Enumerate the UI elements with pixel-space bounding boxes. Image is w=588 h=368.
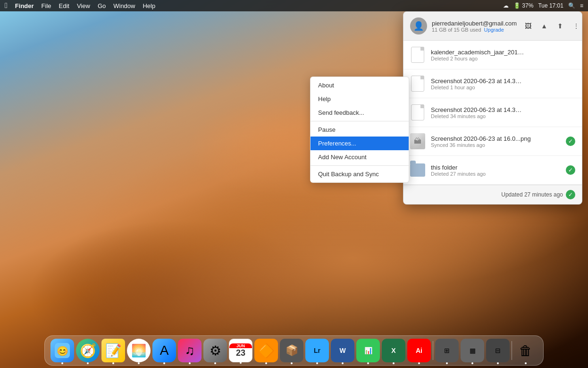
dock-safari[interactable]: 🧭 — [76, 339, 100, 362]
file-status-1: Deleted 2 hours ago — [431, 56, 575, 61]
upgrade-link[interactable]: Upgrade — [484, 27, 504, 33]
file-name-3: Screenshot 2020-06-23 at 14.3… — [431, 106, 575, 113]
context-separator-2 — [311, 165, 409, 166]
dock-grid2[interactable]: ▦ — [461, 339, 484, 362]
file-icon-1 — [410, 45, 425, 64]
menu-finder[interactable]: Finder — [15, 2, 34, 9]
file-info-2: Screenshot 2020-06-23 at 14.3… Deleted 1… — [431, 77, 575, 90]
file-item: Screenshot 2020-06-23 at 14.3… Deleted 1… — [403, 69, 582, 98]
doc-icon — [411, 76, 424, 92]
dock-finder[interactable]: 😊 — [50, 339, 74, 362]
context-menu-send-feedback[interactable]: Send feedback... — [311, 106, 409, 120]
context-separator-1 — [311, 121, 409, 121]
context-menu-quit[interactable]: Quit Backup and Sync — [311, 167, 409, 181]
context-menu-pause[interactable]: Pause — [311, 123, 409, 137]
file-name-5: this folder — [431, 164, 560, 171]
file-icon-4: 🏔 — [410, 132, 425, 151]
user-info: pierredanieljoubert@gmail.com 11 GB of 1… — [432, 20, 517, 33]
file-info-4: Screenshot 2020-06-23 at 16.0...png Sync… — [431, 135, 560, 148]
dock-trash[interactable]: 🗑 — [514, 339, 538, 362]
google-drive-icon[interactable]: ▲ — [538, 19, 551, 33]
menu-bar-right: ☁ 🔋 37% Tue 17:01 🔍 ≡ — [503, 2, 588, 9]
file-item: Screenshot 2020-06-23 at 14.3… Deleted 3… — [403, 98, 582, 127]
dock-appstore[interactable]: A — [152, 339, 176, 362]
dock-sysprefs[interactable]: ⚙ — [203, 339, 227, 362]
more-options-icon[interactable]: ⋮ — [570, 19, 582, 33]
storage-text: 11 GB of 15 GB used — [432, 27, 481, 33]
upload-icon[interactable]: ⬆ — [554, 19, 567, 33]
dock-adobe[interactable]: Ai — [407, 339, 431, 362]
file-item: 🏔 Screenshot 2020-06-23 at 16.0...png Sy… — [403, 127, 582, 156]
user-avatar: 👤 — [410, 17, 427, 34]
context-menu: About Help Send feedback... Pause Prefer… — [310, 77, 409, 183]
battery-icon: 🔋 37% — [513, 2, 533, 9]
dock-photos[interactable]: 🌅 — [127, 339, 151, 362]
file-status-3: Deleted 34 minutes ago — [431, 113, 575, 119]
menu-bar:  Finder File Edit View Go Window Help ☁… — [0, 0, 588, 11]
context-menu-add-account[interactable]: Add New Account — [311, 150, 409, 164]
dock-word[interactable]: W — [331, 339, 354, 362]
file-name-2: Screenshot 2020-06-23 at 14.3… — [431, 77, 575, 85]
check-icon-4: ✓ — [566, 137, 575, 146]
file-info-1: kalender_academisch_jaar_201… Deleted 2 … — [431, 49, 575, 61]
sync-footer: Updated 27 minutes ago ✓ — [403, 185, 582, 204]
menu-window[interactable]: Window — [113, 2, 135, 9]
context-menu-about[interactable]: About — [311, 78, 409, 92]
file-item: kalender_academisch_jaar_201… Deleted 2 … — [403, 41, 582, 69]
sync-header: 👤 pierredanieljoubert@gmail.com 11 GB of… — [403, 12, 582, 41]
user-email: pierredanieljoubert@gmail.com — [432, 20, 517, 27]
file-status-5: Deleted 27 minutes ago — [431, 171, 560, 177]
dock-separator — [433, 341, 433, 360]
footer-text: Updated 27 minutes ago — [501, 191, 563, 198]
dock-grid3[interactable]: ⊟ — [486, 339, 510, 362]
dock-activity[interactable]: 📊 — [356, 339, 380, 362]
dock-vlc[interactable]: 🔶 — [254, 339, 278, 362]
file-status-2: Deleted 1 hour ago — [431, 85, 575, 90]
menu-help[interactable]: Help — [143, 2, 155, 9]
doc-icon — [411, 104, 424, 120]
context-menu-help[interactable]: Help — [311, 92, 409, 106]
context-menu-preferences[interactable]: Preferences... — [311, 137, 409, 150]
dock-lr[interactable]: Lr — [305, 339, 329, 362]
menu-icon[interactable]: ≡ — [580, 2, 583, 9]
file-item: this folder Deleted 27 minutes ago ✓ — [403, 156, 582, 185]
file-icon-3 — [410, 103, 425, 122]
menu-bar-left:  Finder File Edit View Go Window Help — [0, 1, 155, 10]
dock: 😊 🧭 📝 🌅 A ♫ ⚙ JUN 23 🔶 📦 Lr W 📊 X Ai ⊞ ▦… — [44, 335, 544, 366]
folder-icon — [410, 163, 425, 177]
file-status-4: Synced 36 minutes ago — [431, 142, 560, 148]
menu-file[interactable]: File — [42, 2, 51, 9]
clock: Tue 17:01 — [538, 2, 563, 9]
image-icon: 🏔 — [410, 133, 425, 149]
file-list: kalender_academisch_jaar_201… Deleted 2 … — [403, 41, 582, 185]
menu-view[interactable]: View — [77, 2, 90, 9]
dock-calendar[interactable]: JUN 23 — [229, 339, 252, 362]
file-icon-2 — [410, 74, 425, 93]
footer-check-icon: ✓ — [566, 190, 575, 199]
desktop:  Finder File Edit View Go Window Help ☁… — [0, 0, 588, 368]
dock-some-app[interactable]: 📦 — [280, 339, 303, 362]
dock-notes[interactable]: 📝 — [101, 339, 125, 362]
dock-grid1[interactable]: ⊞ — [435, 339, 459, 362]
check-icon-5: ✓ — [566, 165, 575, 175]
dock-excel[interactable]: X — [382, 339, 405, 362]
file-info-5: this folder Deleted 27 minutes ago — [431, 164, 560, 177]
menu-edit[interactable]: Edit — [59, 2, 69, 9]
file-name-4: Screenshot 2020-06-23 at 16.0...png — [431, 135, 560, 142]
file-info-3: Screenshot 2020-06-23 at 14.3… Deleted 3… — [431, 106, 575, 119]
cloud-icon: ☁ — [503, 2, 509, 9]
file-name-1: kalender_academisch_jaar_201… — [431, 49, 575, 56]
apple-logo[interactable]:  — [5, 1, 8, 10]
search-icon[interactable]: 🔍 — [568, 2, 575, 9]
dock-separator-2 — [512, 341, 512, 360]
doc-icon — [411, 47, 424, 63]
dock-music[interactable]: ♫ — [178, 339, 202, 362]
header-icons: 🖼 ▲ ⬆ ⋮ — [521, 19, 582, 33]
sync-popup: 👤 pierredanieljoubert@gmail.com 11 GB of… — [403, 11, 582, 205]
google-photos-icon[interactable]: 🖼 — [521, 19, 535, 33]
svg-text:😊: 😊 — [57, 345, 68, 357]
file-icon-5 — [410, 161, 425, 180]
menu-go[interactable]: Go — [98, 2, 106, 9]
